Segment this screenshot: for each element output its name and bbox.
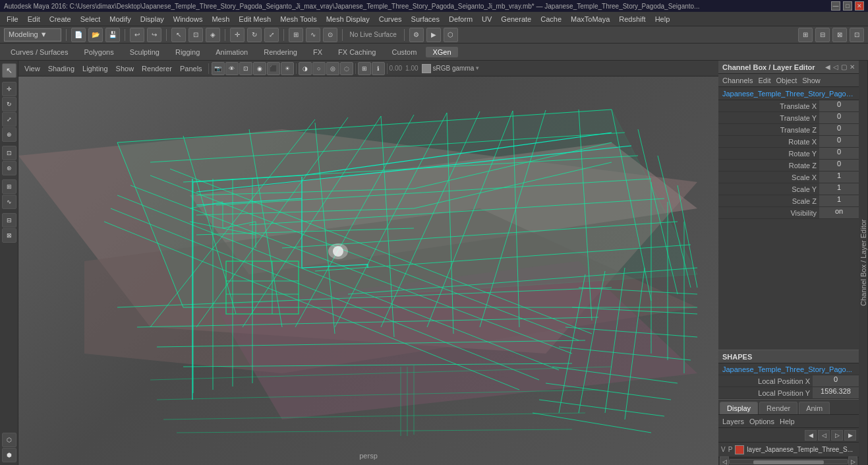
menu-select[interactable]: Select: [76, 14, 105, 24]
tab-curves-surfaces[interactable]: Curves / Surfaces: [4, 47, 74, 57]
tool-world-space[interactable]: ⬡: [2, 433, 16, 447]
cb-menu-edit[interactable]: Edit: [758, 77, 770, 84]
vp-btn-wireframe[interactable]: ⊡: [239, 62, 252, 75]
tab-polygons[interactable]: Polygons: [77, 47, 120, 57]
shape-val-local-pos-x[interactable]: 0: [813, 375, 859, 387]
vp-btn-hide-sel[interactable]: 👁: [225, 62, 239, 75]
attr-translate-x[interactable]: Translate X 0: [718, 100, 859, 112]
tool-soft-sel[interactable]: ⊛: [2, 161, 16, 175]
vp-btn-lighting[interactable]: ☀: [281, 62, 294, 75]
tab-fx-caching[interactable]: FX Caching: [332, 47, 382, 57]
tool-snap-grid[interactable]: ⊞: [2, 179, 16, 194]
tab-animation[interactable]: Animation: [209, 47, 254, 57]
layers-menu-layers[interactable]: Layers: [722, 418, 744, 425]
toolbar-snap-point[interactable]: ⊙: [323, 28, 337, 42]
menu-uv[interactable]: UV: [478, 14, 496, 24]
vp-btn-texture[interactable]: ⬛: [267, 62, 280, 75]
vp-btn-dof[interactable]: ◎: [326, 62, 339, 75]
layer-visibility-toggle[interactable]: V: [721, 446, 726, 453]
menu-deform[interactable]: Deform: [445, 14, 477, 24]
tab-sculpting[interactable]: Sculpting: [123, 47, 166, 57]
menu-file[interactable]: File: [3, 14, 22, 24]
toolbar-ipr[interactable]: ⬡: [444, 28, 458, 42]
tab-rigging[interactable]: Rigging: [169, 47, 206, 57]
attr-val-translate-y[interactable]: 0: [819, 112, 859, 123]
attr-visibility[interactable]: Visibility on: [718, 207, 859, 219]
toolbar-layout-1[interactable]: ⊞: [798, 28, 813, 42]
toolbar-save[interactable]: 💾: [105, 28, 120, 42]
tab-render[interactable]: Render: [759, 402, 797, 414]
attr-val-translate-x[interactable]: 0: [819, 100, 859, 111]
shape-attr-local-pos-x[interactable]: Local Position X 0: [718, 375, 859, 387]
toolbar-move[interactable]: ✛: [230, 28, 245, 42]
toolbar-snap-curve[interactable]: ∿: [306, 28, 320, 42]
workspace-dropdown[interactable]: Modeling ▼: [4, 28, 61, 42]
tool-obj-space[interactable]: ⬢: [2, 448, 16, 462]
layer-item[interactable]: V P layer_Japanese_Temple_Three_S...: [718, 443, 859, 457]
vp-btn-ao[interactable]: ○: [312, 62, 326, 75]
layer-nav-next-next[interactable]: ▶: [844, 430, 856, 441]
attr-val-rotate-z[interactable]: 0: [819, 160, 859, 171]
viewport-canvas[interactable]: persp: [18, 77, 718, 465]
cb-ctrl-1[interactable]: ◀: [825, 63, 830, 71]
tool-move[interactable]: ✛: [2, 82, 16, 96]
scroll-thumb[interactable]: [753, 460, 824, 464]
cb-menu-channels[interactable]: Channels: [722, 77, 753, 84]
tool-lasso[interactable]: ⊡: [2, 146, 16, 160]
attr-val-translate-z[interactable]: 0: [819, 124, 859, 135]
toolbar-undo[interactable]: ↩: [130, 28, 144, 42]
tab-fx[interactable]: FX: [306, 47, 329, 57]
minimize-button[interactable]: —: [831, 1, 840, 11]
menu-modify[interactable]: Modify: [105, 14, 134, 24]
scroll-left[interactable]: ◁: [720, 456, 729, 466]
menu-surfaces[interactable]: Surfaces: [407, 14, 444, 24]
toolbar-lasso[interactable]: ⊡: [188, 28, 203, 42]
attr-scale-x[interactable]: Scale X 1: [718, 171, 859, 183]
vp-btn-smooth[interactable]: ◉: [253, 62, 266, 75]
tool-set-key[interactable]: ⊠: [2, 228, 16, 243]
shape-val-local-pos-y[interactable]: 1596.328: [813, 387, 859, 398]
layer-color-swatch[interactable]: [735, 445, 744, 454]
close-button[interactable]: ✕: [855, 1, 864, 11]
toolbar-snap-grid[interactable]: ⊞: [289, 28, 303, 42]
menu-maxmaya[interactable]: MaxToMaya: [567, 14, 614, 24]
menu-help[interactable]: Help: [651, 14, 674, 24]
shape-attr-local-pos-y[interactable]: Local Position Y 1596.328: [718, 387, 859, 399]
attr-val-scale-z[interactable]: 1: [819, 195, 859, 206]
toolbar-redo[interactable]: ↪: [147, 28, 161, 42]
toolbar-render[interactable]: ▶: [426, 28, 441, 42]
attr-val-rotate-y[interactable]: 0: [819, 148, 859, 159]
attr-val-visibility[interactable]: on: [819, 207, 859, 218]
vp-menu-panels[interactable]: Panels: [177, 64, 206, 73]
vp-menu-lighting[interactable]: Lighting: [79, 64, 111, 73]
scroll-right[interactable]: ▷: [848, 456, 857, 466]
toolbar-layout-4[interactable]: ⊡: [850, 28, 864, 42]
attr-rotate-y[interactable]: Rotate Y 0: [718, 148, 859, 160]
menu-mesh-tools[interactable]: Mesh Tools: [276, 14, 320, 24]
toolbar-new[interactable]: 📄: [71, 28, 86, 42]
tab-custom[interactable]: Custom: [386, 47, 424, 57]
cb-ctrl-4[interactable]: ✕: [850, 63, 855, 71]
attr-scale-y[interactable]: Scale Y 1: [718, 183, 859, 195]
tab-anim[interactable]: Anim: [799, 402, 830, 414]
attr-translate-y[interactable]: Translate Y 0: [718, 112, 859, 124]
toolbar-open[interactable]: 📂: [88, 28, 103, 42]
layers-menu-help[interactable]: Help: [780, 418, 795, 425]
cb-menu-object[interactable]: Object: [776, 77, 797, 84]
cb-ctrl-3[interactable]: ▢: [841, 63, 847, 71]
srgb-dropdown[interactable]: ▼: [475, 65, 480, 71]
attr-rotate-x[interactable]: Rotate X 0: [718, 136, 859, 148]
tab-xgen[interactable]: XGen: [426, 47, 457, 57]
menu-display[interactable]: Display: [136, 14, 168, 24]
toolbar-select[interactable]: ↖: [171, 28, 186, 42]
menu-windows[interactable]: Windows: [169, 14, 207, 24]
toolbar-layout-2[interactable]: ⊟: [815, 28, 830, 42]
toolbar-layout-3[interactable]: ⊠: [832, 28, 847, 42]
layer-nav-next[interactable]: ▷: [831, 430, 843, 441]
menu-mesh[interactable]: Mesh: [208, 14, 233, 24]
cb-ctrl-2[interactable]: ◁: [833, 63, 838, 71]
tool-select[interactable]: ↖: [2, 63, 16, 78]
layer-nav-prev[interactable]: ◁: [818, 430, 830, 441]
attr-translate-z[interactable]: Translate Z 0: [718, 124, 859, 136]
toolbar-rotate[interactable]: ↻: [247, 28, 262, 42]
